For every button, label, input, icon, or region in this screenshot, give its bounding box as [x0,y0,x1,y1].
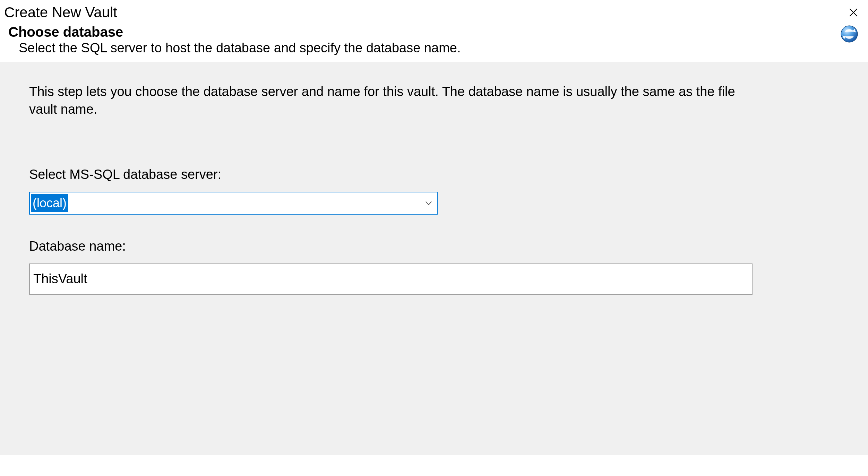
wizard-content: This step lets you choose the database s… [0,62,868,455]
server-field-group: Select MS-SQL database server: (local) [29,167,839,215]
dbname-input[interactable] [29,263,753,295]
titlebar: Create New Vault [0,0,868,24]
server-label: Select MS-SQL database server: [29,167,839,182]
step-subtitle: Select the SQL server to host the databa… [8,41,860,55]
server-combobox[interactable]: (local) [29,192,438,215]
close-icon [848,7,859,18]
close-button[interactable] [845,4,862,21]
window-title: Create New Vault [4,4,117,21]
server-selected-value: (local) [31,194,68,212]
wizard-header: Choose database Select the SQL server to… [0,24,868,62]
dbname-field-group: Database name: [29,239,839,295]
svg-point-2 [841,26,858,42]
refresh-icon [840,25,858,43]
step-description: This step lets you choose the database s… [29,83,757,119]
dbname-label: Database name: [29,239,839,254]
chevron-down-icon [424,198,433,208]
step-title: Choose database [8,24,860,40]
